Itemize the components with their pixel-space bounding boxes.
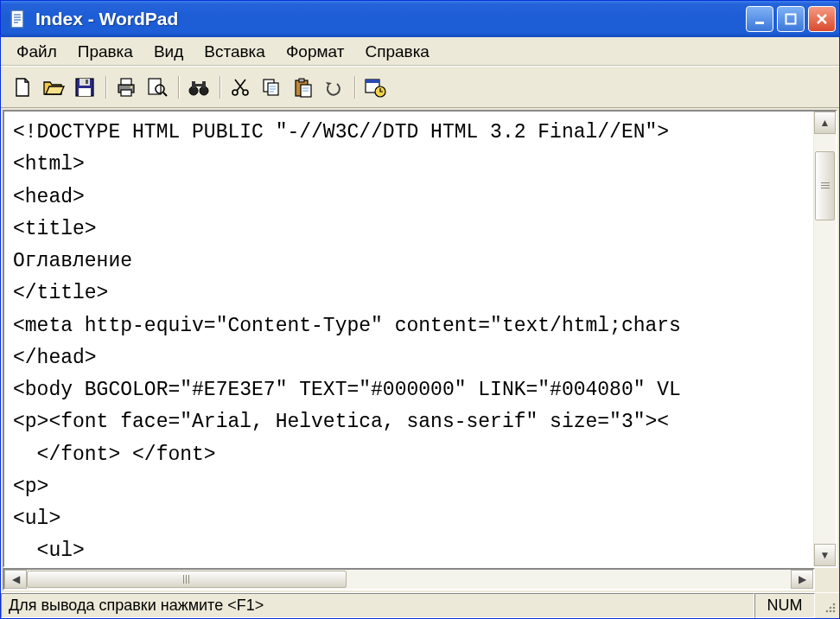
open-button[interactable] [39, 73, 68, 102]
undo-button[interactable] [319, 73, 348, 102]
menu-edit[interactable]: Правка [67, 40, 143, 64]
svg-rect-22 [195, 84, 202, 86]
new-icon [12, 77, 33, 98]
window-title: Index - WordPad [35, 9, 746, 29]
svg-rect-20 [192, 81, 195, 88]
svg-rect-15 [149, 79, 161, 94]
menu-insert[interactable]: Вставка [194, 40, 276, 64]
window-controls [746, 6, 836, 32]
menubar: Файл Правка Вид Вставка Формат Справка [1, 37, 839, 67]
close-button[interactable] [808, 6, 836, 32]
magnifier-page-icon [146, 77, 169, 98]
scissors-icon [230, 77, 251, 98]
clipboard-icon [292, 77, 313, 98]
svg-point-43 [833, 610, 836, 613]
toolbar-separator [215, 73, 224, 102]
svg-point-39 [830, 607, 832, 609]
svg-rect-13 [121, 90, 131, 96]
svg-rect-6 [786, 15, 796, 24]
svg-line-17 [163, 93, 167, 96]
toolbar [1, 67, 839, 108]
menu-help[interactable]: Справка [354, 40, 440, 64]
chevron-left-icon: ◀ [12, 573, 20, 585]
scroll-right-button[interactable]: ▶ [791, 570, 813, 589]
wordpad-app-icon [8, 9, 29, 29]
chevron-right-icon: ▶ [799, 573, 806, 585]
vertical-scrollbar[interactable]: ▲ ▼ [813, 112, 836, 566]
resize-grip[interactable] [815, 593, 839, 618]
menu-view[interactable]: Вид [143, 40, 194, 64]
svg-rect-0 [11, 10, 23, 28]
menu-file[interactable]: Файл [6, 40, 67, 64]
vscroll-thumb[interactable] [815, 151, 835, 220]
maximize-button[interactable] [777, 6, 805, 32]
wordpad-window: Index - WordPad Файл Правка Вид Вставка … [0, 0, 840, 619]
svg-rect-36 [366, 80, 379, 83]
titlebar: Index - WordPad [1, 1, 839, 37]
chevron-up-icon: ▲ [820, 117, 830, 129]
svg-rect-21 [202, 81, 206, 88]
editor-textarea[interactable]: <!DOCTYPE HTML PUBLIC "-//W3C//DTD HTML … [4, 112, 813, 566]
chevron-down-icon: ▼ [820, 549, 830, 561]
svg-point-14 [130, 86, 132, 87]
editor-frame: <!DOCTYPE HTML PUBLIC "-//W3C//DTD HTML … [3, 110, 837, 568]
svg-rect-9 [79, 88, 91, 96]
status-numlock: NUM [754, 593, 815, 618]
save-button[interactable] [70, 73, 99, 102]
printer-icon [115, 77, 137, 98]
toolbar-separator [174, 73, 182, 102]
calendar-clock-icon [364, 77, 386, 98]
new-button[interactable] [8, 73, 37, 102]
svg-point-38 [833, 603, 836, 606]
scroll-up-button[interactable]: ▲ [814, 112, 836, 134]
svg-rect-31 [299, 79, 304, 82]
floppy-disk-icon [74, 77, 95, 98]
status-help-text: Для вывода справки нажмите <F1> [1, 593, 754, 618]
menu-format[interactable]: Формат [276, 40, 355, 64]
hscroll-thumb[interactable] [27, 571, 347, 588]
open-folder-icon [42, 77, 65, 98]
svg-rect-12 [121, 79, 131, 85]
print-preview-button[interactable] [143, 73, 172, 102]
hscroll-track[interactable] [27, 570, 791, 589]
binoculars-icon [188, 77, 210, 98]
cut-button[interactable] [226, 73, 255, 102]
find-button[interactable] [184, 73, 213, 102]
horizontal-scrollbar[interactable]: ◀ ▶ [3, 568, 815, 590]
svg-point-41 [826, 610, 829, 613]
scroll-down-button[interactable]: ▼ [814, 544, 836, 566]
paste-button[interactable] [288, 73, 317, 102]
toolbar-separator [350, 73, 359, 102]
undo-icon [323, 77, 344, 98]
svg-rect-8 [80, 79, 90, 86]
copy-icon [261, 77, 282, 98]
toolbar-separator [101, 73, 110, 102]
svg-rect-10 [86, 80, 88, 84]
scroll-left-button[interactable]: ◀ [4, 570, 27, 589]
datetime-button[interactable] [360, 73, 390, 102]
minimize-button[interactable] [746, 6, 773, 32]
svg-rect-5 [755, 22, 764, 24]
copy-button[interactable] [257, 73, 286, 102]
print-button[interactable] [111, 73, 141, 102]
vscroll-track[interactable] [814, 134, 836, 544]
statusbar: Для вывода справки нажмите <F1> NUM [1, 592, 839, 618]
svg-point-42 [830, 610, 832, 613]
hscroll-row: ◀ ▶ [3, 568, 837, 590]
svg-point-40 [833, 607, 836, 609]
content-area: <!DOCTYPE HTML PUBLIC "-//W3C//DTD HTML … [1, 108, 839, 592]
scroll-corner [815, 568, 837, 590]
